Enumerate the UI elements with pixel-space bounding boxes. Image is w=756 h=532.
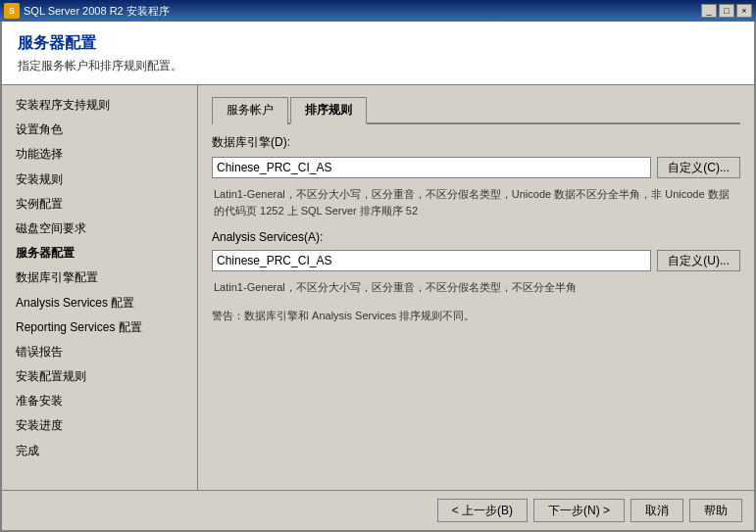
main-panel: 服务帐户 排序规则 数据库引擎(D): 自定义(C)... Latin1-Gen… bbox=[198, 85, 754, 490]
page-title: 服务器配置 bbox=[18, 33, 738, 54]
tab-bar: 服务帐户 排序规则 bbox=[212, 95, 740, 124]
analysis-services-input-row: 自定义(U)... bbox=[212, 250, 740, 271]
sidebar-item-feature-selection[interactable]: 功能选择 bbox=[2, 142, 197, 167]
sidebar-item-setup-role[interactable]: 设置角色 bbox=[2, 118, 197, 142]
db-engine-label: 数据库引擎(D): bbox=[212, 134, 740, 151]
prev-button[interactable]: < 上一步(B) bbox=[437, 499, 528, 522]
analysis-services-input[interactable] bbox=[212, 250, 651, 271]
sidebar-item-db-engine-config[interactable]: 数据库引擎配置 bbox=[2, 266, 197, 290]
maximize-button[interactable]: □ bbox=[719, 4, 734, 18]
sidebar-item-ready-to-install[interactable]: 准备安装 bbox=[2, 389, 197, 413]
sidebar-item-install-rules[interactable]: 安装规则 bbox=[2, 168, 197, 192]
sort-rules-section: 数据库引擎(D): 自定义(C)... Latin1-General，不区分大小… bbox=[212, 134, 740, 323]
analysis-services-info: Latin1-General，不区分大小写，区分重音，不区分假名类型，不区分全半… bbox=[212, 279, 740, 296]
sidebar-item-install-progress[interactable]: 安装进度 bbox=[2, 413, 197, 438]
app-icon: S bbox=[4, 3, 20, 19]
tab-service-account[interactable]: 服务帐户 bbox=[212, 97, 288, 124]
next-button[interactable]: 下一步(N) > bbox=[533, 499, 625, 522]
sidebar-item-analysis-services-config[interactable]: Analysis Services 配置 bbox=[2, 291, 197, 315]
analysis-services-label: Analysis Services(A): bbox=[212, 230, 740, 244]
title-bar: S SQL Server 2008 R2 安装程序 _ □ × bbox=[0, 0, 756, 22]
sidebar-item-server-config[interactable]: 服务器配置 bbox=[2, 241, 197, 266]
page-subtitle: 指定服务帐户和排序规则配置。 bbox=[18, 58, 738, 74]
content-area: 安装程序支持规则 设置角色 功能选择 安装规则 实例配置 磁盘空间要求 服务器配… bbox=[2, 85, 754, 490]
app-icon-label: S bbox=[9, 6, 15, 16]
main-window: 服务器配置 指定服务帐户和排序规则配置。 安装程序支持规则 设置角色 功能选择 … bbox=[0, 22, 756, 532]
db-engine-input[interactable] bbox=[212, 157, 651, 178]
analysis-services-custom-button[interactable]: 自定义(U)... bbox=[657, 250, 740, 271]
sidebar-item-install-config-rules[interactable]: 安装配置规则 bbox=[2, 364, 197, 389]
db-engine-input-row: 自定义(C)... bbox=[212, 157, 740, 178]
tab-sort-rules[interactable]: 排序规则 bbox=[290, 97, 367, 124]
warning-text: 警告：数据库引擎和 Analysis Services 排序规则不同。 bbox=[212, 308, 740, 324]
help-button[interactable]: 帮助 bbox=[689, 499, 742, 522]
bottom-bar: < 上一步(B) 下一步(N) > 取消 帮助 bbox=[2, 490, 754, 530]
sidebar-item-instance-config[interactable]: 实例配置 bbox=[2, 192, 197, 217]
cancel-button[interactable]: 取消 bbox=[630, 499, 683, 522]
sidebar-item-disk-space[interactable]: 磁盘空间要求 bbox=[2, 217, 197, 241]
sidebar: 安装程序支持规则 设置角色 功能选择 安装规则 实例配置 磁盘空间要求 服务器配… bbox=[2, 85, 198, 490]
minimize-button[interactable]: _ bbox=[701, 4, 717, 18]
title-bar-left: S SQL Server 2008 R2 安装程序 bbox=[4, 3, 170, 19]
sidebar-item-reporting-services-config[interactable]: Reporting Services 配置 bbox=[2, 315, 197, 340]
close-button[interactable]: × bbox=[736, 4, 752, 18]
db-engine-info: Latin1-General，不区分大小写，区分重音，不区分假名类型，Unico… bbox=[212, 186, 740, 218]
title-bar-buttons[interactable]: _ □ × bbox=[701, 4, 752, 18]
page-header: 服务器配置 指定服务帐户和排序规则配置。 bbox=[2, 22, 754, 85]
sidebar-item-install-support[interactable]: 安装程序支持规则 bbox=[2, 93, 197, 118]
db-engine-custom-button[interactable]: 自定义(C)... bbox=[657, 157, 740, 178]
sidebar-item-error-report[interactable]: 错误报告 bbox=[2, 340, 197, 364]
sidebar-item-complete[interactable]: 完成 bbox=[2, 439, 197, 463]
title-bar-title: SQL Server 2008 R2 安装程序 bbox=[24, 4, 170, 19]
